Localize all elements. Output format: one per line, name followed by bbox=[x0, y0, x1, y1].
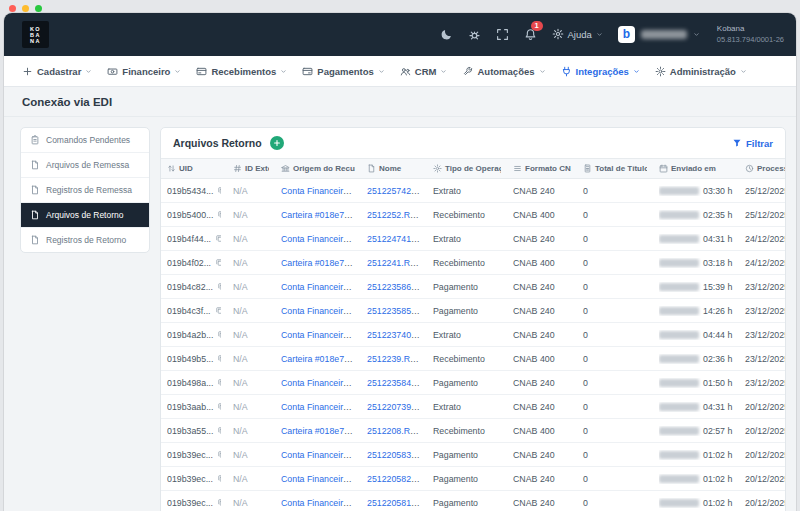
sidebar-item-registros-de-retorno[interactable]: Registros de Retorno bbox=[21, 228, 149, 252]
zoom-window-button[interactable] bbox=[35, 5, 42, 12]
origem-link[interactable]: Carteira #018e726... bbox=[281, 426, 361, 436]
nav-item-automacoes[interactable]: Automações bbox=[462, 66, 545, 77]
edi-sidebar: Comandos PendentesArquivos de RemessaReg… bbox=[20, 127, 150, 253]
origem-link[interactable]: Conta Financeira ... bbox=[281, 234, 358, 244]
nav-item-cadastrar[interactable]: Cadastrar bbox=[22, 66, 92, 77]
nome-link[interactable]: 2512252.RET bbox=[367, 210, 421, 220]
nome-link[interactable]: 251224741.RET bbox=[367, 234, 427, 244]
nome-link[interactable]: 251220582.RET bbox=[367, 474, 427, 484]
col-processado-em[interactable]: Processado em bbox=[739, 159, 785, 179]
copy-icon[interactable] bbox=[217, 354, 221, 363]
cell-processado-em: 20/12/2025 bbox=[739, 467, 785, 491]
cell-total-titulos: 0 bbox=[577, 275, 653, 299]
column-label: UID bbox=[179, 164, 193, 173]
copy-icon[interactable] bbox=[217, 402, 221, 411]
column-label: Processado em bbox=[757, 164, 785, 173]
nav-item-label: Financeiro bbox=[122, 66, 170, 77]
dark-mode-toggle-icon[interactable] bbox=[440, 28, 453, 41]
close-window-button[interactable] bbox=[9, 5, 16, 12]
nome-link[interactable]: 251223740.RET bbox=[367, 330, 427, 340]
nome-link[interactable]: 251220583.RET bbox=[367, 450, 427, 460]
nome-link[interactable]: 251225742.RET bbox=[367, 186, 427, 196]
bug-report-icon[interactable] bbox=[468, 28, 481, 41]
nav-item-pagamentos[interactable]: Pagamentos bbox=[302, 66, 385, 77]
cell-id-externo: N/A bbox=[227, 179, 275, 203]
enviado-time: 04:31 h bbox=[703, 234, 732, 244]
chevron-down-icon bbox=[539, 68, 546, 75]
nav-item-integracoes[interactable]: Integrações bbox=[561, 66, 640, 77]
col-formato-cnab[interactable]: Formato CNAB bbox=[507, 159, 577, 179]
col-total-de-titulos[interactable]: Total de Títulos bbox=[577, 159, 653, 179]
origem-link[interactable]: Carteira #018e726... bbox=[281, 210, 361, 220]
origem-link[interactable]: Carteira #018e726... bbox=[281, 354, 361, 364]
bank-icon bbox=[281, 164, 290, 173]
cell-origem: Conta Financeira ... bbox=[275, 467, 361, 491]
copy-icon[interactable] bbox=[217, 210, 221, 219]
origem-link[interactable]: Conta Financeira ... bbox=[281, 306, 358, 316]
sidebar-item-registros-de-remessa[interactable]: Registros de Remessa bbox=[21, 178, 149, 203]
redacted-date bbox=[659, 403, 699, 411]
minimize-window-button[interactable] bbox=[22, 5, 29, 12]
kobana-b-avatar: b bbox=[618, 26, 635, 43]
enviado-time: 03:30 h bbox=[703, 186, 732, 196]
filter-button[interactable]: Filtrar bbox=[732, 138, 773, 149]
nome-link[interactable]: 251223584.RET bbox=[367, 378, 427, 388]
copy-icon[interactable] bbox=[217, 450, 221, 459]
sidebar-item-arquivos-de-remessa[interactable]: Arquivos de Remessa bbox=[21, 153, 149, 178]
copy-icon[interactable] bbox=[217, 498, 221, 507]
fullscreen-icon[interactable] bbox=[496, 28, 509, 41]
origem-link[interactable]: Conta Financeira ... bbox=[281, 186, 358, 196]
account-menu[interactable]: b bbox=[618, 26, 700, 43]
origem-link[interactable]: Conta Financeira ... bbox=[281, 378, 358, 388]
copy-icon[interactable] bbox=[215, 234, 221, 243]
col-id-externo[interactable]: ID Externo bbox=[227, 159, 275, 179]
nome-link[interactable]: 2512208.RET bbox=[367, 426, 421, 436]
notifications-bell-icon[interactable]: 1 bbox=[524, 28, 537, 41]
copy-icon[interactable] bbox=[215, 258, 221, 267]
chevron-down-icon bbox=[174, 68, 181, 75]
kobana-logo[interactable]: KO BA NA bbox=[22, 21, 49, 48]
origem-link[interactable]: Conta Financeira ... bbox=[281, 282, 358, 292]
copy-icon[interactable] bbox=[217, 282, 221, 291]
copy-icon[interactable] bbox=[217, 426, 221, 435]
origem-link[interactable]: Carteira #018e726... bbox=[281, 258, 361, 268]
col-nome[interactable]: Nome bbox=[361, 159, 427, 179]
origem-link[interactable]: Conta Financeira ... bbox=[281, 402, 358, 412]
origem-link[interactable]: Conta Financeira ... bbox=[281, 330, 358, 340]
col-uid[interactable]: UID bbox=[161, 159, 227, 179]
nome-link[interactable]: 251223585.RET bbox=[367, 306, 427, 316]
nome-link[interactable]: 2512239.RET bbox=[367, 354, 421, 364]
origem-link[interactable]: Conta Financeira ... bbox=[281, 474, 358, 484]
origem-link[interactable]: Conta Financeira ... bbox=[281, 498, 358, 508]
cell-origem: Conta Financeira ... bbox=[275, 491, 361, 511]
col-enviado-em[interactable]: Enviado em bbox=[653, 159, 739, 179]
cell-nome: 251223584.RET bbox=[361, 371, 427, 395]
nav-item-financeiro[interactable]: Financeiro bbox=[107, 66, 181, 77]
nome-link[interactable]: 2512241.RET bbox=[367, 258, 421, 268]
origem-link[interactable]: Conta Financeira ... bbox=[281, 450, 358, 460]
cell-nome: 251220739.RET bbox=[361, 395, 427, 419]
add-arquivo-retorno-button[interactable] bbox=[270, 136, 284, 150]
nav-item-crm[interactable]: CRM bbox=[400, 66, 448, 77]
copy-icon[interactable] bbox=[217, 378, 221, 387]
copy-icon[interactable] bbox=[217, 186, 221, 195]
cell-id-externo: N/A bbox=[227, 251, 275, 275]
nome-link[interactable]: 251223586.RET bbox=[367, 282, 427, 292]
nome-link[interactable]: 251220739.RET bbox=[367, 402, 427, 412]
help-menu[interactable]: Ajuda bbox=[552, 28, 603, 40]
sidebar-item-arquivos-de-retorno[interactable]: Arquivos de Retorno bbox=[21, 203, 149, 228]
enviado-time: 03:18 h bbox=[703, 258, 732, 268]
sidebar-item-comandos-pendentes[interactable]: Comandos Pendentes bbox=[21, 128, 149, 153]
copy-icon[interactable] bbox=[217, 474, 221, 483]
copy-icon[interactable] bbox=[215, 306, 221, 315]
cell-uid: 019b4c3f... bbox=[161, 299, 227, 323]
col-origem-do-recurso[interactable]: Origem do Recurso bbox=[275, 159, 361, 179]
nome-link[interactable]: 251220581.RET bbox=[367, 498, 427, 508]
nav-item-recebimentos[interactable]: Recebimentos bbox=[196, 66, 287, 77]
copy-icon[interactable] bbox=[217, 330, 221, 339]
enviado-time: 02:57 h bbox=[703, 426, 732, 436]
cell-enviado-em: 04:44 h bbox=[653, 323, 739, 347]
nav-item-administracao[interactable]: Administração bbox=[655, 66, 747, 77]
col-tipo-de-operacao[interactable]: Tipo de Operação bbox=[427, 159, 507, 179]
cell-enviado-em: 03:30 h bbox=[653, 179, 739, 203]
